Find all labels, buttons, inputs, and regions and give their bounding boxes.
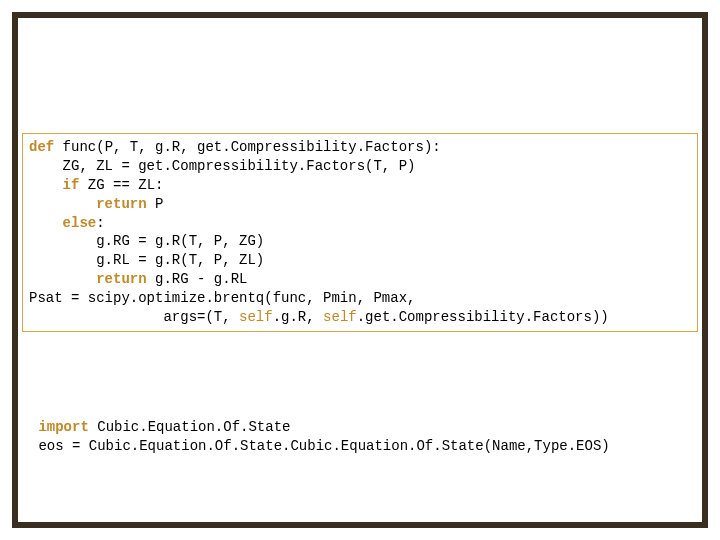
code-text: g.RG - g.RL — [147, 271, 248, 287]
code-text — [29, 271, 96, 287]
code-text: .get.Compressibility.Factors)) — [357, 309, 609, 325]
kw-return: return — [96, 196, 146, 212]
kw-def: def — [29, 139, 54, 155]
code-text: func(P, T, g.R, get.Compressibility.Fact… — [54, 139, 440, 155]
kw-self: self — [239, 309, 273, 325]
code-text: g.RG = g.R(T, P, ZG) — [29, 233, 264, 249]
code-text: g.RL = g.R(T, P, ZL) — [29, 252, 264, 268]
code-text: Psat = scipy.optimize.brentq(func, Pmin,… — [29, 290, 415, 306]
code-text: ZG == ZL: — [79, 177, 163, 193]
code-block-main: def func(P, T, g.R, get.Compressibility.… — [22, 133, 698, 332]
code-text: .g.R, — [273, 309, 323, 325]
kw-return: return — [96, 271, 146, 287]
code-text — [29, 196, 96, 212]
code-block-import: import Cubic.Equation.Of.State eos = Cub… — [22, 414, 698, 460]
code-text — [29, 177, 63, 193]
code-text: ZG, ZL = get.Compressibility.Factors(T, … — [29, 158, 415, 174]
kw-if: if — [63, 177, 80, 193]
code-text — [29, 215, 63, 231]
kw-else: else — [63, 215, 97, 231]
code-text: args=(T, — [29, 309, 239, 325]
code-text: Cubic.Equation.Of.State — [89, 419, 291, 435]
code-text: P — [147, 196, 164, 212]
code-text: eos = Cubic.Equation.Of.State.Cubic.Equa… — [30, 438, 610, 454]
slide-frame: def func(P, T, g.R, get.Compressibility.… — [12, 12, 708, 528]
kw-import: import — [38, 419, 88, 435]
kw-self: self — [323, 309, 357, 325]
code-text: : — [96, 215, 104, 231]
